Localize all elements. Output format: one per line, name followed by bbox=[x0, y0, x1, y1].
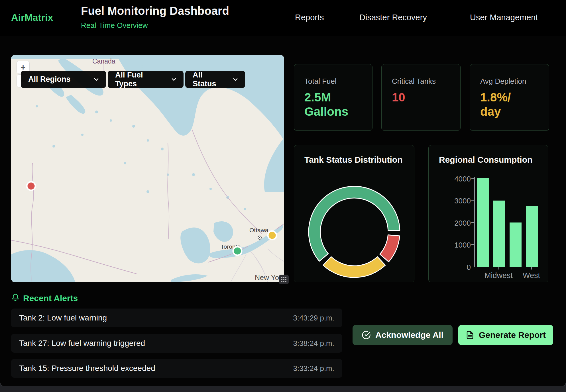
status-filter-dropdown[interactable]: All Status bbox=[185, 71, 245, 88]
x-axis-tick: West bbox=[523, 271, 540, 280]
y-tick-mark bbox=[471, 222, 474, 223]
stat-label: Critical Tanks bbox=[392, 77, 450, 86]
x-axis-labels: Midwest West bbox=[475, 271, 540, 280]
stat-value-total-fuel: 2.5M Gallons bbox=[304, 90, 356, 119]
region-filter-dropdown[interactable]: All Regions bbox=[21, 71, 106, 88]
bar-chart-title: Regional Consumption bbox=[439, 155, 532, 165]
map-drag-handle-icon[interactable] bbox=[279, 275, 289, 284]
stat-value-critical-tanks: 10 bbox=[392, 90, 450, 105]
report-document-icon bbox=[466, 331, 474, 339]
alert-timestamp: 3:33:24 p.m. bbox=[293, 364, 334, 373]
y-tick-mark bbox=[471, 244, 474, 245]
alert-timestamp: 3:38:24 p.m. bbox=[293, 339, 334, 348]
bar-1 bbox=[493, 201, 505, 267]
x-axis-line bbox=[474, 267, 540, 267]
nav-user-management[interactable]: User Management bbox=[470, 13, 538, 22]
stat-card-total-fuel: Total Fuel 2.5M Gallons bbox=[294, 64, 372, 131]
map[interactable]: Canada Ottawa Toronto New York − + All R… bbox=[11, 55, 284, 282]
status-filter-value: All Status bbox=[193, 71, 226, 88]
x-tick-mark bbox=[498, 267, 499, 270]
bar-3 bbox=[526, 206, 538, 267]
y-axis-tick: 0 bbox=[454, 263, 471, 272]
map-filter-bar: All Regions All Fuel Types All Status bbox=[21, 71, 245, 88]
stat-label: Total Fuel bbox=[304, 77, 362, 86]
header: AirMatrix Fuel Monitoring Dashboard Real… bbox=[0, 0, 566, 36]
recent-alerts-heading: Recent Alerts bbox=[23, 293, 78, 303]
generate-report-button[interactable]: Generate Report bbox=[458, 325, 553, 345]
screen: AirMatrix Fuel Monitoring Dashboard Real… bbox=[0, 0, 566, 392]
region-filter-value: All Regions bbox=[28, 75, 71, 84]
acknowledge-all-label: Acknowledge All bbox=[375, 330, 443, 340]
stat-label: Avg Depletion bbox=[480, 77, 539, 86]
y-tick-mark bbox=[471, 178, 474, 179]
alert-text: Tank 27: Low fuel warning triggered bbox=[19, 339, 145, 348]
regional-consumption-card: Regional Consumption 4000 3000 2000 1000… bbox=[428, 145, 548, 282]
donut-segment-critical bbox=[380, 235, 400, 262]
acknowledge-all-button[interactable]: Acknowledge All bbox=[353, 325, 453, 345]
generate-report-label: Generate Report bbox=[479, 330, 546, 340]
x-axis-tick: Midwest bbox=[484, 271, 513, 280]
x-axis-tick bbox=[513, 271, 523, 280]
y-axis-tick: 4000 bbox=[454, 175, 471, 183]
map-label-ottawa: Ottawa bbox=[249, 227, 268, 233]
ottawa-town-icon-dot bbox=[259, 237, 260, 238]
y-axis-tick: 1000 bbox=[454, 241, 471, 250]
donut-segment-warning bbox=[323, 257, 385, 277]
alert-text: Tank 2: Low fuel warning bbox=[19, 313, 107, 322]
dashboard-panel: AirMatrix Fuel Monitoring Dashboard Real… bbox=[0, 0, 566, 386]
alert-row: Tank 15: Pressure threshold exceeded 3:3… bbox=[11, 359, 342, 378]
map-label-country: Canada bbox=[92, 58, 115, 65]
brand-logo: AirMatrix bbox=[11, 12, 53, 23]
map-marker-warning[interactable] bbox=[268, 231, 276, 240]
alert-row: Tank 2: Low fuel warning 3:43:29 p.m. bbox=[11, 309, 342, 327]
page-title: Fuel Monitoring Dashboard bbox=[81, 5, 229, 17]
nav-disaster-recovery[interactable]: Disaster Recovery bbox=[359, 13, 427, 22]
map-marker-normal[interactable] bbox=[233, 247, 242, 255]
stat-card-avg-depletion: Avg Depletion 1.8%/day bbox=[470, 64, 549, 131]
x-axis-tick bbox=[475, 271, 484, 280]
stat-card-critical-tanks: Critical Tanks 10 bbox=[381, 64, 461, 131]
stat-value-avg-depletion: 1.8%/day bbox=[480, 90, 514, 119]
basemap: Canada Ottawa Toronto New York bbox=[11, 55, 284, 282]
bell-icon bbox=[11, 293, 20, 303]
chevron-down-icon bbox=[94, 78, 99, 81]
alert-timestamp: 3:43:29 p.m. bbox=[293, 314, 334, 322]
chevron-down-icon bbox=[233, 78, 238, 81]
donut-chart bbox=[294, 145, 415, 283]
y-axis-tick: 3000 bbox=[454, 197, 471, 205]
alert-row: Tank 27: Low fuel warning triggered 3:38… bbox=[11, 334, 342, 353]
bar-0 bbox=[477, 178, 489, 267]
page-subtitle: Real-Time Overview bbox=[81, 21, 148, 30]
alert-text: Tank 15: Pressure threshold exceeded bbox=[19, 364, 155, 373]
fuel-type-filter-value: All Fuel Types bbox=[115, 71, 165, 88]
fuel-type-filter-dropdown[interactable]: All Fuel Types bbox=[108, 71, 184, 88]
map-marker-critical[interactable] bbox=[27, 182, 35, 190]
bar-series bbox=[475, 178, 540, 267]
nav-reports[interactable]: Reports bbox=[295, 13, 324, 22]
check-circle-icon bbox=[362, 330, 371, 340]
bar-2 bbox=[510, 222, 522, 267]
x-tick-mark bbox=[531, 267, 532, 270]
tank-status-distribution-card: Tank Status Distribution bbox=[294, 145, 414, 282]
y-tick-mark bbox=[471, 200, 474, 201]
chevron-down-icon bbox=[172, 78, 176, 81]
y-axis-tick: 2000 bbox=[454, 219, 471, 228]
